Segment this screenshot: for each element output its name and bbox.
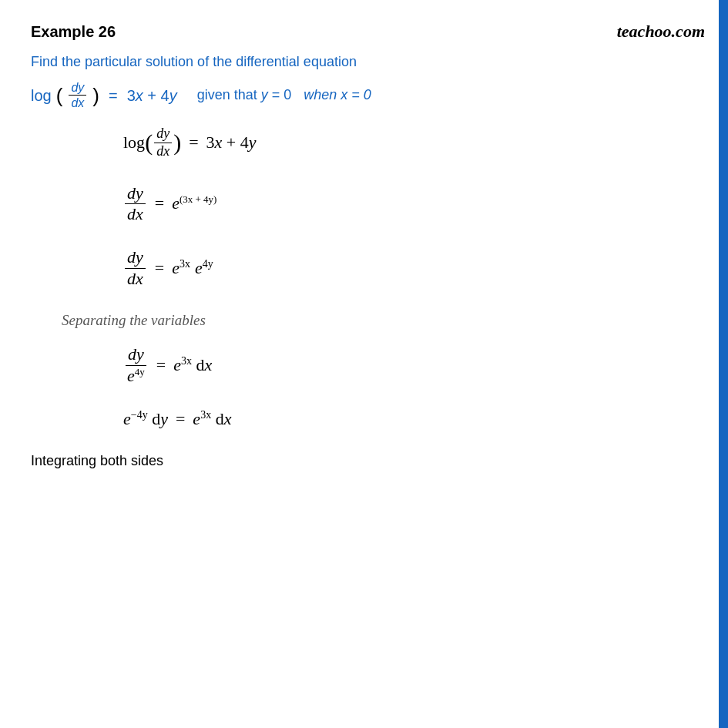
step3-e4y: e4y [195, 258, 213, 278]
step1-eq: = [189, 133, 198, 153]
dy-dx-frac-main: dy dx [69, 80, 86, 110]
sep-step1-rhs: e3x dx [173, 355, 212, 375]
main-equation: log ( dy dx ) = 3x + 4y given that y = 0… [31, 80, 689, 110]
problem-text: Find the particular solution of the diff… [31, 52, 689, 72]
sep-step2-line: e−4y dy = e3x dx [123, 409, 689, 429]
step2-frac: dy dx [125, 183, 146, 225]
step2-eq: = [155, 193, 164, 213]
math-section: log ( dy dx ) = 3x + 4y dy dx = e(3x + 4… [123, 126, 689, 289]
side-bar [719, 0, 728, 728]
log-text: log [31, 84, 52, 107]
sep-step2-eq: = [176, 409, 185, 429]
brand-logo: teachoo.com [617, 22, 705, 42]
step2-line: dy dx = e(3x + 4y) [123, 183, 689, 225]
step1-line: log ( dy dx ) = 3x + 4y [123, 126, 689, 159]
given-text: given that y = 0 [197, 85, 292, 106]
step1-rhs: 3x + 4y [206, 133, 257, 153]
problem-statement: Find the particular solution of the diff… [31, 52, 689, 110]
step2-e: e(3x + 4y) [172, 193, 216, 213]
when-text: when x = 0 [304, 85, 371, 106]
separating-label: Separating the variables [62, 312, 689, 329]
step1-log: log [123, 133, 145, 153]
left-paren: ( [56, 86, 63, 106]
sep-step1-frac: dy e4y [125, 344, 147, 386]
step3-frac: dy dx [125, 247, 146, 289]
sep-step2-rhs: e3x dx [193, 409, 231, 429]
sep-step1-line: dy e4y = e3x dx [123, 344, 689, 386]
page-container: teachoo.com Example 26 Find the particul… [0, 0, 728, 728]
step3-line: dy dx = e3x e4y [123, 247, 689, 289]
step3-e3x: e3x [172, 258, 190, 278]
step1-lparen: ( [145, 131, 153, 154]
right-paren: ) [92, 86, 99, 106]
rhs-main: 3x + 4y [127, 84, 177, 107]
sep-step1-eq: = [156, 355, 166, 375]
step3-eq: = [155, 258, 164, 278]
separation-section: dy e4y = e3x dx e−4y dy = e3x dx [123, 344, 689, 429]
step1-rparen: ) [173, 131, 181, 154]
integrating-label: Integrating both sides [31, 453, 689, 469]
step1-frac: dy dx [154, 126, 172, 159]
equals-1: = [109, 84, 118, 107]
sep-step2-lhs: e−4y dy [123, 409, 168, 429]
example-title: Example 26 [31, 23, 689, 41]
